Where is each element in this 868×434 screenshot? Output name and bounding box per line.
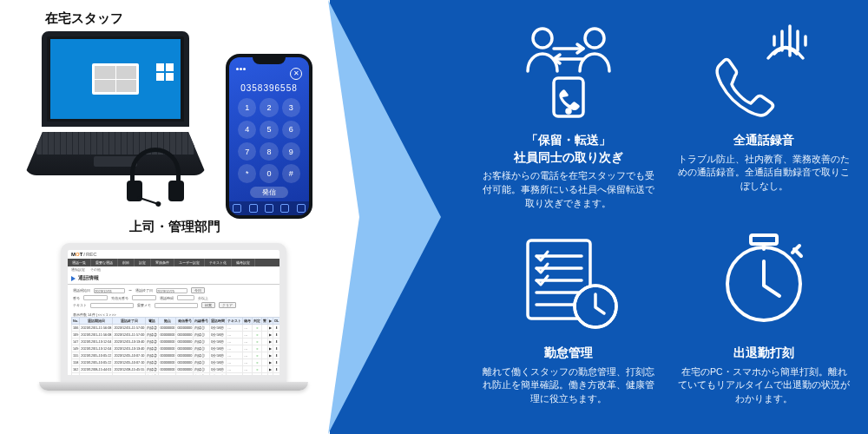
phone-key[interactable]: 0 bbox=[260, 164, 278, 182]
hold-transfer-icon bbox=[512, 10, 625, 123]
download-icon[interactable]: ⬇ bbox=[273, 345, 279, 352]
table-header[interactable]: DL bbox=[273, 318, 279, 325]
phone-close-icon[interactable]: ✕ bbox=[290, 68, 302, 80]
clear-button[interactable]: クリア bbox=[219, 302, 236, 308]
table-header[interactable]: 拠点 bbox=[159, 318, 176, 325]
table-header[interactable]: 電話 bbox=[146, 318, 159, 325]
phone-nav-icon[interactable] bbox=[249, 204, 258, 213]
windows-logo-icon bbox=[156, 63, 174, 81]
phone-key[interactable]: 7 bbox=[238, 142, 256, 161]
svg-point-0 bbox=[533, 29, 552, 48]
download-icon[interactable]: ⬇ bbox=[273, 366, 279, 373]
table-header[interactable]: 通話時間 bbox=[210, 318, 227, 325]
today-button[interactable]: 今日 bbox=[191, 287, 205, 293]
tab[interactable]: 置換条件 bbox=[151, 259, 174, 266]
phone-call-button[interactable]: 発信 bbox=[250, 187, 288, 198]
table-row[interactable]: 1492023/12/01-13:12:042023/12/01-13:13:4… bbox=[72, 345, 280, 352]
date-from-input[interactable]: 2023/12/01 bbox=[94, 288, 125, 293]
svg-point-3 bbox=[567, 109, 570, 113]
table-row[interactable]: 1632023/12/08-15:44:012023/12/08-15:45:5… bbox=[72, 373, 280, 376]
call-table: No.通話開始日通話終了日電話拠点発信番号内線番号通話時間テキスト備考判定重▶D… bbox=[68, 317, 279, 375]
phone-key[interactable]: 8 bbox=[260, 142, 278, 161]
tab[interactable]: ユーザー設定 bbox=[174, 259, 205, 266]
phone-bottom-nav bbox=[229, 201, 309, 215]
phone-key[interactable]: 9 bbox=[282, 142, 300, 161]
phone-key[interactable]: 6 bbox=[282, 121, 300, 139]
location-label-manager: 上司・管理部門 bbox=[108, 217, 220, 236]
tab[interactable]: 削除 bbox=[118, 259, 135, 266]
laptop-app-window bbox=[92, 63, 139, 95]
phone-key[interactable]: 3 bbox=[282, 98, 300, 116]
phone-key[interactable]: 4 bbox=[238, 121, 256, 139]
table-header[interactable]: 備考 bbox=[243, 318, 253, 325]
features-panel: 「保留・転送」社員同士の取り次ぎ お客様からの電話を在宅スタッフでも受付可能。事… bbox=[330, 0, 868, 434]
caller-input[interactable] bbox=[132, 295, 156, 300]
phone-keypad: 1 2 3 4 5 6 7 8 9 * 0 # bbox=[229, 93, 309, 184]
phone-key[interactable]: * bbox=[238, 164, 256, 182]
number-input[interactable] bbox=[83, 295, 108, 300]
feature-hold-transfer: 「保留・転送」社員同士の取り次ぎ お客様からの電話を在宅スタッフでも受付可能。事… bbox=[482, 10, 655, 211]
tab[interactable]: テキスト化 bbox=[205, 259, 232, 266]
table-header[interactable]: テキスト bbox=[227, 318, 243, 325]
time-clock-icon bbox=[707, 223, 820, 336]
call-recording-icon bbox=[707, 10, 820, 123]
feature-call-recording: 全通話録音 トラブル防止、社内教育、業務改善のための通話録音。全通話自動録音で取… bbox=[678, 10, 852, 211]
triangle-icon bbox=[71, 276, 76, 281]
softphone-device: ✕ 0358396558 1 2 3 4 5 6 7 8 9 * 0 # bbox=[226, 54, 312, 219]
feature-attendance-management: 勤怠管理 離れて働くスタッフの勤怠管理、打刻忘れ防止を簡単確認。働き方改革、健康… bbox=[482, 223, 655, 424]
tab[interactable]: 重要な通話 bbox=[91, 259, 118, 266]
feature-desc: トラブル防止、社内教育、業務改善のための通話録音。全通話自動録音で取りこぼしなし… bbox=[678, 153, 852, 194]
text-input[interactable] bbox=[90, 303, 134, 308]
phone-menu-dots-icon[interactable] bbox=[236, 68, 247, 80]
table-header[interactable]: 判定 bbox=[253, 318, 262, 325]
download-icon[interactable]: ⬇ bbox=[273, 352, 279, 359]
app-sub-tabs: 通知設定 その他 bbox=[68, 266, 279, 273]
download-icon[interactable]: ⬇ bbox=[273, 325, 279, 332]
table-header[interactable]: 内線番号 bbox=[194, 318, 210, 325]
download-icon[interactable]: ⬇ bbox=[273, 332, 279, 339]
table-header[interactable]: 通話開始日 bbox=[80, 318, 113, 325]
table-header[interactable]: 通話終了日 bbox=[113, 318, 146, 325]
map-pin-icon bbox=[24, 9, 40, 28]
table-header[interactable]: 発信番号 bbox=[176, 318, 194, 325]
filter-panel: 通話開始日2023/12/01 〜 通話終了日2023/12/25 今日 番号 … bbox=[68, 285, 279, 312]
table-row[interactable]: 1582023/12/05-10:05:222023/12/05-10:07:1… bbox=[72, 359, 280, 366]
laptop-desktop-wallpaper bbox=[50, 39, 181, 119]
table-row[interactable]: 1622023/12/08-15:44:012023/12/08-15:45:5… bbox=[72, 366, 280, 373]
phone-key[interactable]: 1 bbox=[238, 98, 256, 116]
tab[interactable]: 通話一覧 bbox=[68, 259, 91, 266]
phone-nav-icon[interactable] bbox=[280, 204, 289, 213]
location-label-staff-text: 在宅スタッフ bbox=[45, 10, 123, 27]
phone-key[interactable]: 2 bbox=[260, 98, 278, 116]
feature-title: 出退勤打刻 bbox=[733, 345, 794, 362]
duration-input[interactable] bbox=[177, 295, 194, 300]
table-row[interactable]: 1062023/12/01-11:56:082023/12/01-11:57:0… bbox=[72, 325, 280, 332]
phone-key[interactable]: # bbox=[282, 164, 300, 182]
headset-icon bbox=[125, 148, 186, 208]
tab[interactable]: 備考設定 bbox=[232, 259, 255, 266]
location-label-staff: 在宅スタッフ bbox=[24, 9, 123, 28]
app-logo: MOT/REC bbox=[68, 250, 279, 259]
download-icon[interactable]: ⬇ bbox=[273, 359, 279, 366]
feature-desc: お客様からの電話を在宅スタッフでも受付可能。事務所にいる社員へ保留転送で取り次ぎ… bbox=[482, 169, 655, 210]
tab[interactable]: 設定 bbox=[135, 259, 151, 266]
table-row[interactable]: 1552023/12/05-10:05:222023/12/05-10:07:1… bbox=[72, 352, 280, 359]
phone-nav-icon[interactable] bbox=[233, 204, 241, 213]
memo-input[interactable] bbox=[155, 303, 198, 308]
table-row[interactable]: 1092023/12/01-11:56:082023/12/01-11:57:0… bbox=[72, 332, 280, 339]
phone-nav-icon[interactable] bbox=[297, 204, 306, 213]
phone-key[interactable]: 5 bbox=[260, 121, 278, 139]
search-button[interactable]: 検索 bbox=[201, 302, 215, 308]
recording-app: MOT/REC 通話一覧 重要な通話 削除 設定 置換条件 ユーザー設定 テキス… bbox=[68, 250, 279, 375]
download-icon[interactable]: ⬇ bbox=[273, 339, 279, 345]
date-to-input[interactable]: 2023/12/25 bbox=[156, 288, 187, 293]
phone-nav-icon[interactable] bbox=[265, 204, 273, 213]
subtab[interactable]: 通知設定 bbox=[71, 267, 85, 272]
table-row[interactable]: 1472023/12/01-13:12:042023/12/01-13:13:4… bbox=[72, 339, 280, 345]
subtab[interactable]: その他 bbox=[90, 267, 101, 272]
download-icon[interactable]: ⬇ bbox=[273, 373, 279, 376]
table-header[interactable]: 重 bbox=[262, 318, 268, 325]
feature-title: 勤怠管理 bbox=[544, 345, 593, 362]
svg-point-1 bbox=[585, 29, 604, 48]
table-header[interactable]: No. bbox=[72, 318, 80, 325]
